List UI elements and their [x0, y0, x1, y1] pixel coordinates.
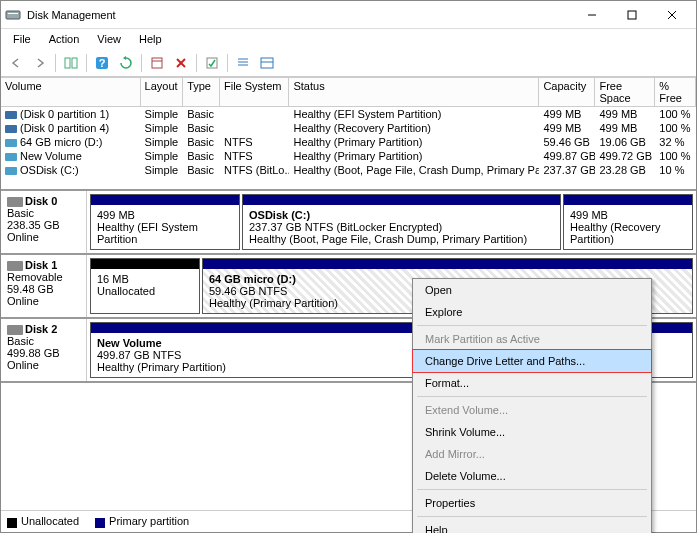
- toolbar: ?: [1, 49, 696, 77]
- close-button[interactable]: [652, 2, 692, 28]
- disk1-unallocated[interactable]: 16 MBUnallocated: [90, 258, 200, 314]
- back-button[interactable]: [5, 52, 27, 74]
- col-volume[interactable]: Volume: [1, 77, 141, 106]
- col-capacity[interactable]: Capacity: [539, 77, 595, 106]
- svg-rect-1: [8, 13, 18, 14]
- disk0-part1[interactable]: 499 MBHealthy (EFI System Partition: [90, 194, 240, 250]
- legend-primary-swatch: [95, 518, 105, 528]
- svg-rect-3: [628, 11, 636, 19]
- col-type[interactable]: Type: [183, 77, 220, 106]
- menu-action[interactable]: Action: [41, 31, 88, 47]
- cm-help[interactable]: Help: [413, 519, 651, 533]
- volume-icon: [5, 111, 17, 119]
- maximize-button[interactable]: [612, 2, 652, 28]
- svg-rect-0: [6, 11, 20, 19]
- minimize-button[interactable]: [572, 2, 612, 28]
- svg-rect-6: [65, 58, 70, 68]
- cm-properties[interactable]: Properties: [413, 492, 651, 514]
- table-row[interactable]: New VolumeSimpleBasicNTFSHealthy (Primar…: [1, 149, 696, 163]
- settings-button[interactable]: [146, 52, 168, 74]
- table-row[interactable]: 64 GB micro (D:)SimpleBasicNTFSHealthy (…: [1, 135, 696, 149]
- cm-shrink[interactable]: Shrink Volume...: [413, 421, 651, 443]
- table-row[interactable]: OSDisk (C:)SimpleBasicNTFS (BitLo...Heal…: [1, 163, 696, 177]
- list-view-icon[interactable]: [232, 52, 254, 74]
- svg-text:?: ?: [99, 57, 106, 69]
- cm-explore[interactable]: Explore: [413, 301, 651, 323]
- disk-0-label[interactable]: Disk 0 Basic 238.35 GB Online: [1, 191, 87, 253]
- help-button[interactable]: ?: [91, 52, 113, 74]
- table-row[interactable]: (Disk 0 partition 1)SimpleBasicHealthy (…: [1, 107, 696, 121]
- col-layout[interactable]: Layout: [141, 77, 184, 106]
- table-row[interactable]: (Disk 0 partition 4)SimpleBasicHealthy (…: [1, 121, 696, 135]
- volume-icon: [5, 153, 17, 161]
- disk-2-label[interactable]: Disk 2 Basic 499.88 GB Online: [1, 319, 87, 381]
- legend-unallocated-swatch: [7, 518, 17, 528]
- svg-rect-7: [72, 58, 77, 68]
- disk0-part2[interactable]: OSDisk (C:)237.37 GB NTFS (BitLocker Enc…: [242, 194, 561, 250]
- volume-icon: [5, 125, 17, 133]
- disk0-part3[interactable]: 499 MBHealthy (Recovery Partition): [563, 194, 693, 250]
- col-fs[interactable]: File System: [220, 77, 289, 106]
- disk-icon: [7, 325, 23, 335]
- volume-table-header: Volume Layout Type File System Status Ca…: [1, 77, 696, 107]
- context-menu: Open Explore Mark Partition as Active Ch…: [412, 278, 652, 533]
- menu-file[interactable]: File: [5, 31, 39, 47]
- menubar: File Action View Help: [1, 29, 696, 49]
- volume-icon: [5, 167, 17, 175]
- svg-rect-18: [261, 58, 273, 68]
- cm-change-drive-letter[interactable]: Change Drive Letter and Paths...: [412, 349, 652, 373]
- delete-icon[interactable]: [170, 52, 192, 74]
- col-status[interactable]: Status: [289, 77, 539, 106]
- detail-view-icon[interactable]: [256, 52, 278, 74]
- disk-1-label[interactable]: Disk 1 Removable 59.48 GB Online: [1, 255, 87, 317]
- col-pct[interactable]: % Free: [655, 77, 696, 106]
- refresh-button[interactable]: [115, 52, 137, 74]
- disk-0-row: Disk 0 Basic 238.35 GB Online 499 MBHeal…: [1, 191, 696, 255]
- cm-open[interactable]: Open: [413, 279, 651, 301]
- app-icon: [5, 7, 21, 23]
- properties-icon[interactable]: [201, 52, 223, 74]
- menu-view[interactable]: View: [89, 31, 129, 47]
- col-free[interactable]: Free Space: [595, 77, 655, 106]
- cm-mark-active: Mark Partition as Active: [413, 328, 651, 350]
- cm-format[interactable]: Format...: [413, 372, 651, 394]
- disk-icon: [7, 261, 23, 271]
- cm-mirror: Add Mirror...: [413, 443, 651, 465]
- svg-rect-10: [152, 58, 162, 68]
- disk-icon: [7, 197, 23, 207]
- titlebar: Disk Management: [1, 1, 696, 29]
- cm-extend: Extend Volume...: [413, 399, 651, 421]
- volume-icon: [5, 139, 17, 147]
- window-title: Disk Management: [27, 9, 572, 21]
- svg-rect-14: [207, 58, 217, 68]
- menu-help[interactable]: Help: [131, 31, 170, 47]
- volume-table-body: (Disk 0 partition 1)SimpleBasicHealthy (…: [1, 107, 696, 177]
- cm-delete[interactable]: Delete Volume...: [413, 465, 651, 487]
- show-hide-button[interactable]: [60, 52, 82, 74]
- forward-button[interactable]: [29, 52, 51, 74]
